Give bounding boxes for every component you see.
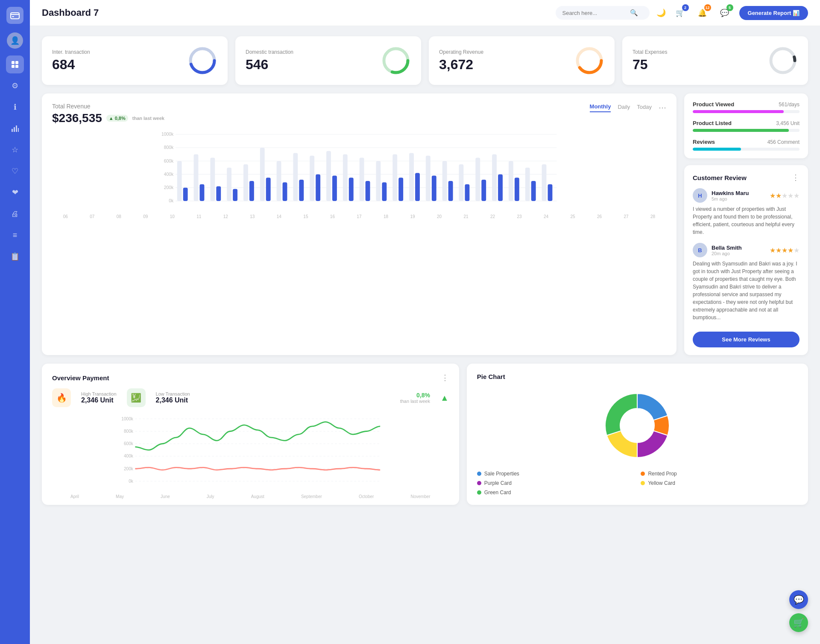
reviews-container: H Hawkins Maru 5m ago ★★★★★ I viewed a n… [693, 188, 800, 321]
metric-item-2: Reviews 456 Comment [693, 139, 800, 151]
review-text-0: I viewed a number of properties with Jus… [693, 205, 800, 236]
x-label: 10 [170, 214, 175, 219]
x-label: 24 [544, 214, 548, 219]
reviewer-name-0: Hawkins Maru [712, 190, 749, 196]
metric-row-1: Product Listed 3,456 Unit [693, 120, 800, 126]
star-1-3: ★ [788, 247, 794, 254]
pie-segment [637, 393, 668, 420]
svg-rect-61 [432, 176, 436, 201]
high-transaction-value: 2,346 Unit [81, 396, 117, 404]
payment-more-button[interactable]: ⋮ [441, 373, 449, 382]
reviewer-avatar-1: B [693, 243, 707, 257]
dark-mode-icon[interactable]: 🌙 [656, 8, 666, 17]
payment-x-label: July [207, 494, 214, 499]
x-label: 14 [277, 214, 281, 219]
sidebar-item-print[interactable]: 🖨 [6, 205, 24, 223]
metric-item-1: Product Listed 3,456 Unit [693, 120, 800, 132]
stat-card-3: Total Expenses 75 [622, 36, 808, 85]
metric-value-2: 456 Comment [767, 139, 800, 145]
sidebar-item-heart[interactable]: ♡ [6, 162, 24, 180]
stat-label-0: Inter. transaction [52, 49, 90, 55]
stat-info-1: Domestic transaction 546 [246, 49, 293, 73]
sidebar-logo[interactable] [6, 7, 23, 24]
sidebar-item-info[interactable]: ℹ [6, 98, 24, 116]
svg-rect-5 [15, 65, 18, 68]
metric-value-0: 561/days [779, 102, 800, 108]
revenue-more-button[interactable]: ⋯ [659, 103, 666, 112]
fire-icon: 🔥 [56, 393, 67, 403]
reviewer-info-1: Bella Smith 20m ago [712, 245, 742, 256]
svg-text:400k: 400k [164, 172, 174, 177]
svg-rect-4 [12, 65, 15, 68]
x-label: 19 [410, 214, 415, 219]
svg-rect-68 [492, 154, 497, 201]
legend-label-1: Rented Prop [648, 471, 676, 477]
stat-value-0: 684 [52, 57, 90, 73]
sidebar-item-favorites[interactable]: ❤ [6, 184, 24, 201]
charts-row: Total Revenue $236,535 ▲ 0,8% than last … [42, 93, 808, 355]
fab-container: 💬 🛒 [789, 590, 808, 632]
svg-rect-41 [266, 178, 271, 201]
support-fab[interactable]: 💬 [789, 590, 808, 609]
legend-item-0: Sale Properties [477, 471, 634, 477]
revenue-change-label: than last week [132, 116, 164, 121]
review-meta-1: B Bella Smith 20m ago ★★★★★ [693, 243, 800, 257]
tab-today[interactable]: Today [637, 104, 652, 112]
legend-item-2: Purple Card [477, 480, 634, 486]
svg-text:1000k: 1000k [161, 132, 174, 137]
svg-rect-69 [498, 174, 503, 201]
search-box[interactable]: 🔍 [556, 6, 650, 20]
donut-chart-2 [574, 46, 604, 76]
payment-change-info: 0,8% than last week [400, 392, 430, 404]
star-1-0: ★ [770, 247, 776, 254]
up-arrow-icon: ▲ [440, 393, 449, 403]
main-content: Dashboard 7 🔍 🌙 🛒 2 🔔 12 💬 5 Generate Re… [30, 0, 820, 644]
revenue-header: Total Revenue $236,535 ▲ 0,8% than last … [52, 103, 666, 125]
chat-icon-btn[interactable]: 💬 5 [717, 5, 732, 20]
donut-chart-0 [187, 46, 217, 76]
x-label: 26 [597, 214, 602, 219]
legend-item-3: Yellow Card [641, 480, 798, 486]
generate-report-button[interactable]: Generate Report 📊 [739, 6, 808, 20]
bell-icon-btn[interactable]: 🔔 12 [695, 5, 710, 20]
svg-rect-74 [542, 164, 547, 201]
legend-dot-1 [641, 472, 645, 476]
sidebar-item-menu[interactable]: ≡ [6, 226, 24, 244]
svg-rect-65 [465, 184, 469, 201]
pie-chart-container [477, 387, 798, 464]
svg-rect-55 [382, 182, 387, 201]
reviews-more-button[interactable]: ⋮ [792, 173, 800, 182]
tab-monthly[interactable]: Monthly [590, 103, 611, 112]
x-label: 09 [143, 214, 148, 219]
revenue-title: Total Revenue [52, 103, 164, 110]
legend-item-1: Rented Prop [641, 471, 798, 477]
payment-x-label: June [161, 494, 170, 499]
stat-label-1: Domestic transaction [246, 49, 293, 55]
sidebar-item-dashboard[interactable] [6, 55, 24, 73]
svg-rect-66 [475, 157, 480, 201]
see-more-reviews-button[interactable]: See More Reviews [693, 332, 800, 347]
svg-rect-60 [426, 156, 430, 201]
sidebar-item-analytics[interactable] [6, 119, 24, 137]
stat-card-2: Operating Revenue 3,672 [429, 36, 615, 85]
pie-chart-card: Pie Chart Sale Properties Rented Prop Pu… [467, 364, 808, 505]
high-transaction-label: High Transaction [81, 391, 117, 396]
sidebar-item-list[interactable]: 📋 [6, 248, 24, 265]
legend-dot-0 [477, 472, 481, 476]
svg-rect-52 [360, 157, 364, 201]
cart-icon-btn[interactable]: 🛒 2 [673, 5, 688, 20]
sidebar-item-star[interactable]: ☆ [6, 141, 24, 159]
stat-info-2: Operating Revenue 3,672 [439, 49, 483, 73]
avatar[interactable]: 👤 [7, 32, 23, 49]
sidebar-item-settings[interactable]: ⚙ [6, 77, 24, 95]
progress-bar-2 [693, 148, 800, 151]
transaction-row: 🔥 High Transaction 2,346 Unit 💹 Low Tran… [52, 388, 449, 407]
payment-header: Overview Payment ⋮ [52, 373, 449, 382]
metric-value-1: 3,456 Unit [776, 120, 800, 126]
tab-daily[interactable]: Daily [618, 104, 630, 112]
high-transaction-info: High Transaction 2,346 Unit [81, 391, 117, 404]
progress-fill-2 [693, 148, 741, 151]
svg-rect-3 [15, 61, 18, 64]
search-input[interactable] [562, 10, 627, 16]
cart-fab[interactable]: 🛒 [789, 613, 808, 632]
